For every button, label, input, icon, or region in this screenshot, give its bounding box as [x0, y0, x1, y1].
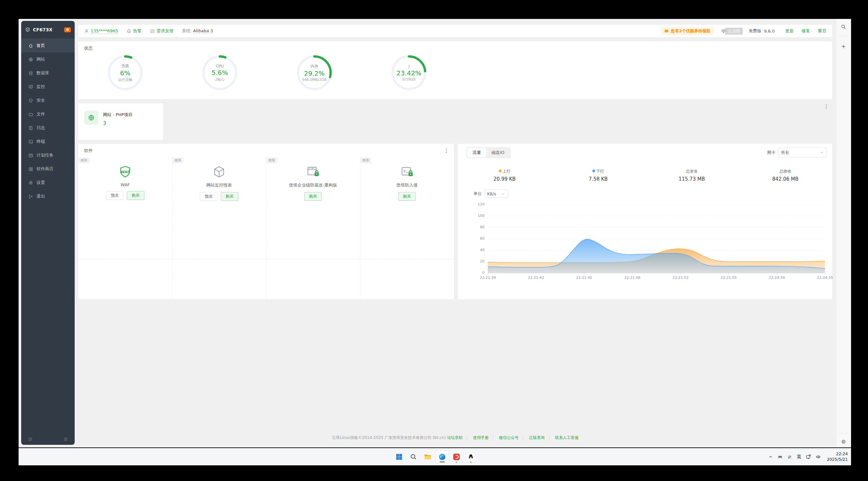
- tray-app-m-icon[interactable]: [778, 455, 782, 459]
- buy-button[interactable]: 购买: [221, 192, 238, 201]
- buy-button[interactable]: 购买: [398, 192, 416, 201]
- sidebar-item-monitor[interactable]: 监控: [21, 80, 75, 94]
- edition-label: 免费版: [749, 28, 762, 34]
- y-axis-labels: 020406080100120: [467, 205, 485, 273]
- coupon-banner[interactable]: 您有2个优惠券待领取: [661, 27, 713, 35]
- sidebar-item-website[interactable]: 网站: [21, 53, 75, 66]
- server-name[interactable]: CF673X: [33, 27, 64, 32]
- globe-icon: [84, 111, 98, 125]
- site-card-title: 网站 - PHP项目: [103, 112, 132, 118]
- sidebar-item-home[interactable]: 首页: [21, 39, 75, 53]
- start-button[interactable]: [393, 450, 406, 463]
- date: 2025/5/21: [827, 457, 848, 462]
- buy-button[interactable]: 购买: [304, 192, 322, 201]
- ime-indicator[interactable]: 英: [797, 454, 801, 460]
- sidebar-item-security[interactable]: 安全: [21, 94, 75, 107]
- browser-window: CF673X 0 首页 网站 数据库 监控 安全 文件 日志 终端 计划任务 软…: [19, 19, 851, 447]
- red-app-icon: [453, 453, 460, 461]
- sidebar-item-files[interactable]: 文件: [21, 107, 75, 121]
- unit-label: 单位: [473, 191, 482, 197]
- software-more-menu[interactable]: [443, 148, 449, 154]
- divider: [839, 433, 848, 433]
- menu-style-icon[interactable]: [63, 437, 68, 442]
- buy-button[interactable]: 购买: [127, 191, 145, 200]
- diamond-icon: [721, 28, 726, 34]
- restart-link[interactable]: 重启: [818, 28, 826, 34]
- network-icon[interactable]: [806, 454, 811, 459]
- enterprise-badge[interactable]: 企业版: [721, 28, 743, 35]
- update-link[interactable]: 更新: [785, 28, 794, 34]
- traffic-chart: [488, 205, 825, 275]
- software-item-tamper-proof: 堡塔企业级防篡改-重构版 购买: [266, 157, 360, 259]
- red-app-button[interactable]: [450, 450, 463, 463]
- software-item-waf: WAF 预览购买: [78, 157, 172, 259]
- site-count: 3: [103, 120, 106, 126]
- sidebar-item-label: 终端: [36, 139, 45, 145]
- preview-button[interactable]: 预览: [200, 192, 217, 201]
- stat-total-received: 总接收842.06 MB: [739, 169, 832, 182]
- add-panel-icon[interactable]: [841, 44, 846, 49]
- topbar: 135****6965 告警 需求反馈 系统:Alibaba 3 您有2个优惠券…: [78, 25, 832, 37]
- tray-expand-icon[interactable]: [768, 455, 773, 459]
- user-icon: [84, 29, 89, 34]
- window-lock-icon: [306, 165, 320, 179]
- bell-icon: [126, 29, 131, 34]
- folder-icon: [424, 453, 432, 461]
- unit-select[interactable]: KB/s: [484, 189, 508, 198]
- file-explorer-button[interactable]: [421, 450, 434, 463]
- tab-disk-io[interactable]: 磁盘IO: [486, 148, 510, 157]
- preview-button[interactable]: 预览: [106, 191, 124, 200]
- sidebar-item-label: 退出: [36, 193, 45, 199]
- site-php-card[interactable]: 网站 - PHP项目 3: [78, 103, 163, 140]
- sidebar-item-cron[interactable]: 计划任务: [21, 148, 75, 162]
- qq-button[interactable]: [464, 450, 477, 463]
- sidebar-item-label: 首页: [36, 43, 45, 49]
- sidebar-item-label: 监控: [36, 84, 45, 90]
- sidebar-item-label: 数据库: [36, 70, 49, 76]
- sidebar-item-label: 文件: [36, 111, 45, 117]
- feedback-link[interactable]: 需求反馈: [150, 28, 174, 34]
- traffic-card: 流量 磁盘IO 网卡 所有 上行20.99 KB 下行7.58 KB 总发送11…: [458, 144, 832, 299]
- tab-traffic[interactable]: 流量: [467, 148, 486, 157]
- system-name[interactable]: Alibaba 3: [193, 28, 213, 34]
- footer-link-wechat[interactable]: 微信公众号: [499, 435, 519, 440]
- software-item-intrusion-prevention: 堡塔防入侵 购买: [360, 157, 454, 259]
- gear-icon[interactable]: [841, 439, 846, 445]
- nic-label: 网卡: [767, 150, 775, 155]
- taskbar-search-button[interactable]: [407, 450, 420, 463]
- footer-link-manual[interactable]: 使用手册: [473, 435, 489, 440]
- sidebar-item-database[interactable]: 数据库: [21, 66, 75, 80]
- collapse-sidebar-icon[interactable]: [28, 437, 33, 442]
- footer-link-support[interactable]: 联系人工客服: [555, 435, 579, 440]
- search-icon[interactable]: [841, 24, 846, 30]
- edge-browser-button[interactable]: [436, 450, 449, 463]
- account-phone[interactable]: 135****6965: [84, 28, 118, 34]
- sidebar-item-settings[interactable]: 设置: [21, 176, 75, 189]
- alert-count-badge[interactable]: 0: [64, 27, 71, 32]
- divider: [839, 36, 848, 36]
- alarm-link[interactable]: 告警: [126, 28, 142, 34]
- chevron-down-icon: [501, 192, 505, 196]
- software-title: 软件: [84, 148, 93, 154]
- traffic-tabs: 流量 磁盘IO: [466, 147, 510, 158]
- footer-link-genuine-check[interactable]: 正版查询: [529, 435, 545, 440]
- cube-icon: [212, 165, 226, 179]
- taskbar-clock[interactable]: 22:24 2025/5/21: [827, 451, 848, 462]
- gauge-load: 负载6%运行流畅: [107, 55, 144, 91]
- sidebar-item-terminal[interactable]: 终端: [21, 135, 75, 148]
- sidebar-header: CF673X 0: [21, 21, 75, 39]
- sidebar-item-logs[interactable]: 日志: [21, 121, 75, 135]
- gauge-cpu: CPU5.6%2核心: [202, 55, 238, 91]
- sidebar-item-appstore[interactable]: 软件商店: [21, 162, 75, 176]
- tray-sliders-icon[interactable]: [787, 455, 792, 459]
- footer-link-forum[interactable]: 论坛求助: [447, 435, 463, 440]
- sidebar-item-logout[interactable]: 退出: [21, 189, 75, 203]
- x-axis-labels: 22:21:3922:21:4222:21:4522:21:4822:21:52…: [488, 276, 825, 281]
- volume-icon[interactable]: [815, 454, 821, 459]
- row-more-menu[interactable]: [823, 104, 829, 110]
- ticket-icon: [664, 28, 669, 34]
- nic-select[interactable]: 所有: [778, 148, 827, 157]
- repair-link[interactable]: 修复: [802, 28, 810, 34]
- sidebar-item-label: 软件商店: [36, 166, 54, 172]
- waf-shield-icon: [118, 165, 132, 179]
